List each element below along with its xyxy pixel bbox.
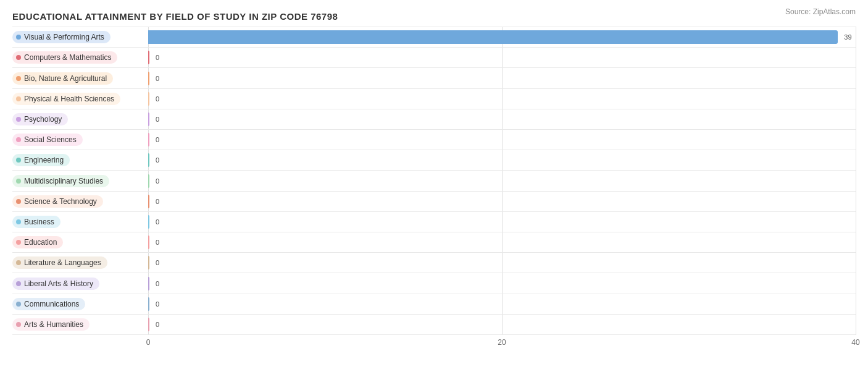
x-axis: 02040 [148,335,856,350]
bar-track: 0 [148,68,856,88]
bar-row: Physical & Health Sciences0 [12,89,856,109]
x-axis-label: 0 [146,338,151,347]
bar-label: Engineering [12,150,148,170]
bar-row: Arts & Humanities0 [12,315,856,335]
bar-row: Multidisciplinary Studies0 [12,171,856,191]
bar-label: Psychology [12,109,148,129]
bar-track: 0 [148,273,856,293]
grid-line [856,27,856,335]
x-axis-label: 40 [851,338,859,347]
chart-source: Source: ZipAtlas.com [785,7,856,16]
chart-title: EDUCATIONAL ATTAINMENT BY FIELD OF STUDY… [12,11,856,22]
bar-row: Business0 [12,212,856,232]
x-axis-label: 20 [498,338,506,347]
bar-label: Literature & Languages [12,253,148,273]
bar-label: Arts & Humanities [12,315,148,334]
bar-track: 0 [148,232,856,252]
bar-track: 0 [148,192,856,211]
bar-track: 0 [148,89,856,109]
bar-label: Business [12,212,148,232]
bar-label: Computers & Mathematics [12,48,148,67]
bar-track: 0 [148,150,856,170]
bar-track: 0 [148,315,856,334]
bar-label: Education [12,232,148,252]
bar-row: Science & Technology0 [12,192,856,212]
bar-row: Engineering0 [12,150,856,171]
bar-label: Communications [12,294,148,314]
bar-label: Visual & Performing Arts [12,27,148,47]
bar-label: Bio, Nature & Agricultural [12,68,148,88]
bar-track: 0 [148,109,856,129]
bar-row: Liberal Arts & History0 [12,273,856,294]
bar-row: Bio, Nature & Agricultural0 [12,68,856,88]
bar-row: Social Sciences0 [12,130,856,150]
bar-row: Literature & Languages0 [12,253,856,273]
bars-section: Visual & Performing Arts39Computers & Ma… [12,27,856,335]
bar-track: 0 [148,171,856,190]
bar-row: Communications0 [12,294,856,315]
bar-track: 0 [148,253,856,273]
bar-row: Visual & Performing Arts39 [12,27,856,48]
bar-label: Science & Technology [12,192,148,211]
chart-container: EDUCATIONAL ATTAINMENT BY FIELD OF STUDY… [0,0,868,390]
bar-label: Multidisciplinary Studies [12,171,148,190]
bar-track: 0 [148,130,856,150]
bar-track: 0 [148,48,856,67]
bar-row: Education0 [12,232,856,253]
bar-label: Social Sciences [12,130,148,150]
bar-row: Psychology0 [12,109,856,130]
bar-track: 39 [148,27,856,47]
bar-track: 0 [148,212,856,232]
chart-area: Visual & Performing Arts39Computers & Ma… [12,27,856,350]
bar-label: Liberal Arts & History [12,273,148,293]
bar-row: Computers & Mathematics0 [12,48,856,68]
bar-label: Physical & Health Sciences [12,89,148,109]
bar-track: 0 [148,294,856,314]
